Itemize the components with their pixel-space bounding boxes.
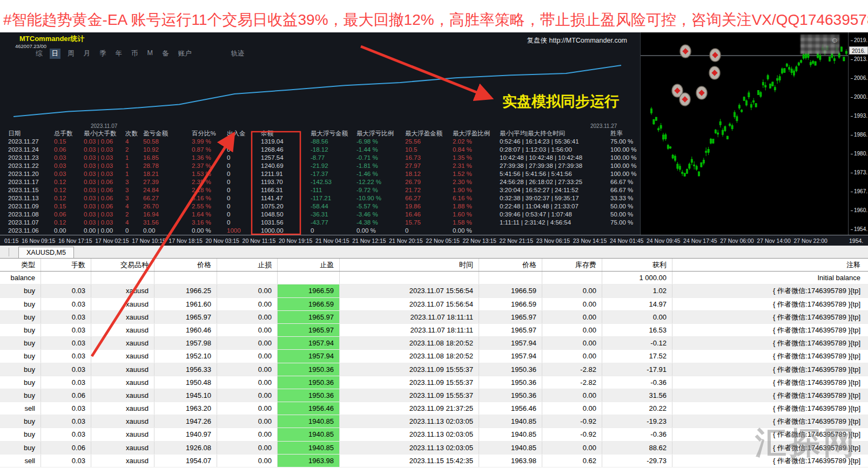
trade-row[interactable]: buy0.03xauusd1957.980.001957.942023.11.0…	[0, 337, 868, 350]
trades-col-header[interactable]: 价格	[479, 259, 542, 271]
stats-row[interactable]: 2023.11.220.030.03 | 0.03128.782.37 %012…	[0, 162, 640, 170]
trade-row[interactable]: sell0.03xauusd1954.070.001963.982023.11.…	[0, 455, 868, 467]
stats-col-header[interactable]: 百分比%	[192, 130, 227, 138]
stats-col-header[interactable]: 最大浮盈比例	[453, 130, 500, 138]
balance-row[interactable]: balance1 000.00Initial balance	[0, 272, 868, 284]
stats-col-header[interactable]: 日期	[8, 130, 54, 138]
menu-item-币[interactable]: 币	[129, 49, 140, 59]
stats-cell-hold_time: 1:11:11 | 2:31:42 | 4:56:54	[500, 219, 610, 227]
trades-col-header[interactable]: 手数	[41, 259, 91, 271]
promo-headline-text: #智能趋势黄金-EA 账号运行11个交易日收益39%，最大回撤12%，高胜率策略…	[3, 10, 868, 30]
stats-cell-hold_time: 27:39:38 | 27:39:38 | 27:39:38	[500, 162, 610, 170]
stats-row[interactable]: 2023.11.130.120.03 | 0.06366.276.16 %011…	[0, 194, 640, 202]
menu-item-月[interactable]: 月	[82, 49, 93, 59]
trade-cell-type: buy	[0, 298, 41, 310]
stats-cell-min_max_lots: 0.03 | 0.06	[84, 178, 125, 186]
trade-cell-lots: 0.03	[41, 337, 91, 349]
stats-cell-max_float_profit_pct: 1.58 %	[453, 219, 500, 227]
price-tick: 2006.	[851, 75, 867, 81]
menu-item-轨迹[interactable]: 轨迹	[228, 49, 246, 59]
trades-col-header[interactable]: 止损	[217, 259, 278, 271]
stats-row[interactable]: 2023.11.070.120.03 | 0.03431.563.16 %010…	[0, 219, 640, 227]
trades-col-header[interactable]: 类型	[0, 259, 41, 271]
trade-cell-price2: 1956.46	[479, 402, 542, 415]
trade-cell-swap: -0.92	[542, 415, 602, 428]
trades-col-header[interactable]: 注释	[672, 259, 868, 271]
stats-cell-in_out: 0	[227, 211, 261, 219]
stats-cell-max_float_profit: 27.97	[405, 162, 453, 170]
menu-item-周[interactable]: 周	[65, 49, 77, 59]
trade-cell-time: 2023.11.09 15:55:37	[340, 376, 479, 389]
stats-cell-max_float_profit: 21.72	[405, 186, 453, 194]
stats-cell-pnl: 28.78	[143, 162, 192, 170]
trade-row[interactable]: buy0.03xauusd1950.480.001950.362023.11.0…	[0, 376, 868, 389]
trade-row[interactable]: buy0.03xauusd1960.460.001965.972023.11.0…	[0, 324, 868, 337]
stats-row[interactable]: 2023.11.270.150.03 | 0.06450.583.99 %013…	[0, 138, 640, 146]
stats-col-header[interactable]: 总手数	[54, 130, 84, 138]
stats-row[interactable]: 2023.11.230.030.03 | 0.03116.851.36 %012…	[0, 154, 640, 162]
stats-cell-balance: 1193.70	[261, 178, 311, 186]
tab-xauusd-m5[interactable]: XAUUSD,M5	[18, 247, 74, 259]
menu-item-综[interactable]: 综	[33, 49, 45, 59]
trade-cell-time: 2023.11.07 15:56:54	[340, 298, 479, 310]
stats-row[interactable]: 2023.11.090.150.03 | 0.06426.702.55 %010…	[0, 202, 640, 211]
stats-col-header[interactable]: 胜率	[610, 130, 640, 138]
trade-cell-lots	[41, 272, 91, 284]
stats-cell-in_out: 0	[227, 146, 261, 154]
trade-row[interactable]: buy0.03xauusd1952.100.001957.942023.11.0…	[0, 350, 868, 363]
stats-cell-date: 2023.11.20	[8, 170, 54, 178]
menu-item-备[interactable]: 备	[160, 49, 171, 59]
trade-row[interactable]: buy0.03xauusd1961.600.001966.592023.11.0…	[0, 298, 868, 311]
trade-cell-type: buy	[0, 284, 41, 297]
trade-row[interactable]: sell0.03xauusd1963.200.001956.462023.11.…	[0, 402, 868, 415]
trade-cell-tp: 1956.46	[278, 402, 340, 415]
menu-item-季[interactable]: 季	[97, 49, 109, 59]
brand-link[interactable]: 复盘侠 http://MTCommander.com	[527, 36, 627, 45]
stats-col-header[interactable]: 最小|大手数	[84, 130, 125, 138]
stats-row[interactable]: 2023.11.200.030.03 | 0.03118.211.53 %012…	[0, 170, 640, 178]
trade-row[interactable]: buy0.03xauusd1940.970.001940.852023.11.1…	[0, 428, 868, 441]
stats-col-header[interactable]: 次数	[125, 130, 143, 138]
stats-cell-max_float_loss_pct: -1.46 %	[356, 170, 405, 178]
stats-col-header[interactable]: 最大浮盈金额	[405, 130, 453, 138]
stats-cell-balance: 1075.20	[261, 202, 311, 211]
trades-col-header[interactable]: 价格	[154, 259, 217, 271]
trade-row[interactable]: buy0.06xauusd1926.080.001940.852023.11.1…	[0, 442, 868, 455]
menu-item-日[interactable]: 日	[50, 49, 61, 59]
stats-col-header[interactable]: 最大浮亏比例	[356, 130, 405, 138]
stats-row[interactable]: 2023.11.080.060.03 | 0.03216.941.64 %010…	[0, 211, 640, 219]
trades-col-header[interactable]: 止盈	[278, 259, 340, 271]
stats-cell-max_float_profit_pct: 0.00 %	[453, 227, 500, 235]
time-axis-label: 20 Nov 11:15	[243, 238, 276, 244]
trade-row[interactable]: buy0.06xauusd1945.100.001950.362023.11.0…	[0, 389, 868, 402]
stats-col-header[interactable]: 最大浮亏金额	[311, 130, 356, 138]
stats-cell-pct: 2.55 %	[192, 202, 227, 211]
trade-row[interactable]: buy0.03xauusd1956.330.001950.362023.11.0…	[0, 363, 868, 376]
trade-row[interactable]: buy0.03xauusd1965.970.001965.972023.11.0…	[0, 311, 868, 324]
trade-cell-time: 2023.11.13 02:03:05	[340, 442, 479, 454]
stats-row[interactable]: 2023.11.170.120.03 | 0.06327.392.35 %011…	[0, 178, 640, 186]
trades-col-header[interactable]: 时间	[340, 259, 479, 271]
stats-cell-max_float_profit: 16.46	[405, 211, 453, 219]
menu-item-年[interactable]: 年	[113, 49, 125, 59]
stats-row[interactable]: 2023.11.240.060.03 | 0.03210.920.87 %012…	[0, 146, 640, 154]
menu-item-账户[interactable]: 账户	[176, 49, 193, 59]
stats-col-header[interactable]: 余额	[261, 130, 311, 138]
stats-cell-win_rate: 100.00 %	[610, 154, 640, 162]
trade-row[interactable]: buy0.03xauusd1966.250.001966.592023.11.0…	[0, 284, 868, 297]
stats-cell-max_float_loss: -17.37	[311, 170, 356, 178]
stats-col-header[interactable]: 盈亏金额	[143, 130, 192, 138]
stats-row[interactable]: 2023.11.150.120.03 | 0.06324.842.18 %011…	[0, 186, 640, 194]
trades-col-header[interactable]: 交易品种	[91, 259, 154, 271]
stats-cell-in_out: 0	[227, 186, 261, 194]
stats-cell-hold_time: 0:22:48 | 11:04:48 | 21:33:07	[500, 202, 610, 211]
trade-cell-comment: { 作者微信:1746395789 }[tp]	[672, 389, 868, 402]
trade-row[interactable]: buy0.03xauusd1947.260.001940.852023.11.1…	[0, 415, 868, 428]
trades-col-header[interactable]: 获利	[602, 259, 672, 271]
stats-row[interactable]: 2023.11.060.000.00 | 0.0000.000.00 %1000…	[0, 227, 640, 235]
stats-cell-max_float_profit: 15.75	[405, 219, 453, 227]
stats-col-header[interactable]: 出入金	[227, 130, 261, 138]
trades-col-header[interactable]: 库存费	[542, 259, 602, 271]
stats-col-header[interactable]: 最小|平均|最大持仓时间	[500, 130, 610, 138]
menu-item-M[interactable]: M	[145, 49, 155, 59]
